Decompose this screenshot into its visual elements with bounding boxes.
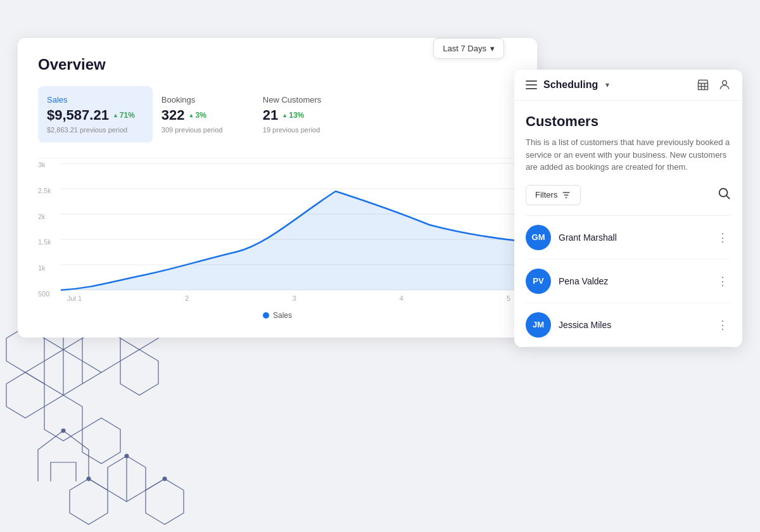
customer-name-2: Jessica Miles — [559, 320, 707, 330]
stat-newcustomers-badge: 13% — [282, 111, 304, 120]
stats-row: Sales $9,587.21 71% $2,863.21 previous p… — [38, 86, 517, 142]
svg-line-13 — [25, 372, 44, 384]
svg-marker-5 — [82, 418, 120, 464]
svg-marker-4 — [44, 395, 82, 441]
chart-area: 3k 2.5k 2k 1.5k 1k 500 — [38, 158, 517, 322]
x-label-jul1: Jul 1 — [67, 294, 82, 302]
svg-marker-3 — [6, 372, 44, 418]
customers-header-bar: Scheduling ▾ — [514, 70, 742, 101]
filter-icon — [561, 190, 571, 200]
y-label-3k: 3k — [38, 161, 61, 168]
svg-point-38 — [723, 80, 727, 85]
avatar-initials-1: PV — [533, 276, 543, 286]
chart-svg-container — [61, 158, 517, 310]
svg-line-23 — [89, 479, 108, 490]
chart-svg — [61, 158, 517, 310]
scheduling-label: Scheduling — [543, 79, 598, 91]
customer-list: GM Grant Marshall ⋮ PV Pena Valdez ⋮ JM … — [526, 215, 731, 347]
hamburger-line-3 — [526, 88, 537, 89]
svg-point-15 — [61, 429, 65, 433]
customer-name-1: Pena Valdez — [559, 276, 707, 286]
chart-legend: Sales — [263, 311, 292, 320]
last7days-chevron: ▾ — [490, 44, 495, 53]
y-label-2k: 2k — [38, 213, 61, 220]
avatar-initials-0: GM — [532, 232, 545, 242]
stat-newcustomers-value: 21 — [263, 107, 278, 124]
x-label-5: 5 — [507, 294, 510, 302]
hamburger-line-2 — [526, 84, 537, 86]
stat-bookings-prev: 309 previous period — [162, 126, 236, 134]
y-label-500: 500 — [38, 290, 61, 298]
customers-body: Customers This is a list of customers th… — [514, 101, 742, 347]
chart-x-labels: Jul 1 2 3 4 5 — [61, 294, 517, 302]
svg-line-43 — [726, 196, 730, 199]
header-right — [697, 79, 731, 91]
customer-item-2[interactable]: JM Jessica Miles ⋮ — [526, 303, 731, 347]
scheduling-chevron-icon: ▾ — [605, 80, 609, 89]
hamburger-line-1 — [526, 80, 537, 82]
stat-newcustomers-label: New Customers — [263, 95, 338, 104]
legend-dot — [263, 312, 269, 319]
svg-point-26 — [87, 477, 91, 481]
stat-newcustomers[interactable]: New Customers 21 13% 19 previous period — [254, 86, 355, 142]
stat-newcustomers-prev: 19 previous period — [263, 126, 338, 134]
x-label-3: 3 — [293, 294, 296, 302]
customer-name-0: Grant Marshall — [559, 232, 707, 243]
customer-item-0[interactable]: GM Grant Marshall ⋮ — [526, 216, 731, 260]
svg-marker-20 — [146, 479, 184, 524]
store-button[interactable] — [697, 79, 709, 91]
chart-y-labels: 3k 2.5k 2k 1.5k 1k 500 — [38, 158, 61, 298]
stat-sales-prev: $2,863.21 previous period — [47, 126, 135, 134]
avatar-initials-2: JM — [533, 320, 544, 329]
stat-bookings-label: Bookings — [162, 95, 236, 104]
more-menu-2[interactable]: ⋮ — [714, 315, 731, 334]
x-label-4: 4 — [400, 294, 403, 302]
stat-bookings-badge: 3% — [189, 111, 206, 120]
svg-line-24 — [146, 479, 165, 490]
stat-sales[interactable]: Sales $9,587.21 71% $2,863.21 previous p… — [38, 86, 153, 142]
customers-description: This is a list of customers that have pr… — [526, 136, 731, 174]
stat-sales-label: Sales — [47, 95, 135, 104]
overview-card: Overview Sales $9,587.21 71% $2,863.21 p… — [18, 38, 537, 338]
y-label-2.5k: 2.5k — [38, 187, 61, 194]
stat-bookings[interactable]: Bookings 322 3% 309 previous period — [153, 86, 254, 142]
hamburger-menu-icon[interactable] — [526, 80, 537, 89]
last7days-label: Last 7 Days — [443, 44, 486, 53]
profile-icon — [718, 79, 731, 91]
more-menu-1[interactable]: ⋮ — [714, 272, 731, 291]
svg-line-14 — [82, 372, 101, 384]
stat-bookings-value: 322 — [162, 107, 185, 124]
stat-sales-badge: 71% — [113, 111, 135, 120]
customer-item-1[interactable]: PV Pena Valdez ⋮ — [526, 260, 731, 303]
svg-point-42 — [719, 189, 728, 197]
filters-label: Filters — [535, 190, 557, 200]
filters-button[interactable]: Filters — [526, 185, 581, 205]
search-button[interactable] — [717, 186, 731, 203]
svg-marker-21 — [70, 479, 108, 524]
y-label-1k: 1k — [38, 264, 61, 272]
legend-label: Sales — [273, 311, 292, 320]
svg-marker-2 — [44, 350, 82, 395]
search-icon — [717, 186, 731, 200]
x-label-2: 2 — [185, 294, 189, 302]
svg-point-25 — [125, 454, 129, 458]
svg-point-27 — [163, 477, 167, 481]
avatar-jm: JM — [526, 312, 551, 338]
avatar-pv: PV — [526, 269, 551, 294]
store-icon — [697, 79, 709, 91]
y-label-1.5k: 1.5k — [38, 238, 61, 246]
avatar-gm: GM — [526, 225, 551, 250]
last7days-button[interactable]: Last 7 Days ▾ — [433, 38, 504, 59]
svg-marker-7 — [120, 350, 158, 395]
header-left: Scheduling ▾ — [526, 79, 609, 91]
more-menu-0[interactable]: ⋮ — [714, 228, 731, 247]
customers-title: Customers — [526, 113, 731, 130]
profile-button[interactable] — [718, 79, 731, 91]
filter-row: Filters — [526, 185, 731, 205]
customers-card: Scheduling ▾ Customers — [514, 70, 742, 347]
svg-marker-19 — [108, 456, 146, 502]
stat-sales-value: $9,587.21 — [47, 107, 109, 124]
